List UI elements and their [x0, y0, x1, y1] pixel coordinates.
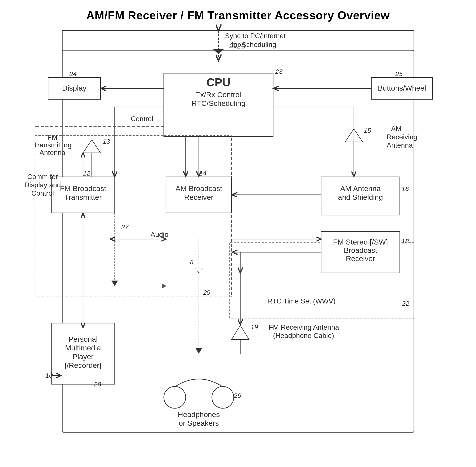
svg-text:20: 20	[229, 42, 237, 50]
svg-text:for Scheduling: for Scheduling	[232, 41, 276, 49]
svg-text:AM Broadcast: AM Broadcast	[175, 184, 222, 193]
svg-text:FM: FM	[47, 133, 57, 141]
svg-text:Control: Control	[31, 189, 54, 197]
svg-text:FM Receiving Antenna: FM Receiving Antenna	[269, 323, 339, 331]
svg-rect-13	[164, 73, 273, 136]
svg-marker-109	[213, 49, 224, 54]
svg-rect-21	[371, 78, 433, 99]
svg-text:Transmitting: Transmitting	[33, 141, 72, 149]
svg-point-95	[164, 387, 186, 408]
svg-rect-3	[35, 127, 232, 297]
svg-marker-103	[162, 283, 166, 289]
svg-text:Sync to PC/Internet: Sync to PC/Internet	[225, 32, 286, 40]
svg-text:18: 18	[401, 237, 409, 245]
svg-marker-27	[83, 140, 101, 153]
svg-text:23: 23	[275, 68, 283, 75]
svg-text:Control: Control	[131, 115, 153, 123]
svg-text:22: 22	[402, 300, 409, 307]
svg-text:20: 20	[237, 42, 245, 50]
svg-rect-2	[62, 50, 414, 432]
svg-text:RTC/Scheduling: RTC/Scheduling	[192, 99, 246, 107]
svg-marker-72	[111, 281, 118, 286]
svg-text:13: 13	[103, 138, 110, 145]
svg-text:(Headphone Cable): (Headphone Cable)	[273, 332, 334, 339]
svg-rect-39	[51, 177, 115, 213]
svg-rect-43	[166, 177, 232, 213]
page-title: AM/FM Receiver / FM Transmitter Accessor…	[0, 0, 476, 22]
svg-text:10: 10	[45, 372, 53, 379]
svg-text:25: 25	[395, 70, 403, 77]
svg-text:8: 8	[190, 259, 194, 265]
svg-text:Antenna: Antenna	[39, 149, 65, 156]
svg-text:Antenna: Antenna	[387, 141, 413, 149]
svg-text:AM Antenna: AM Antenna	[340, 184, 381, 193]
svg-text:RTC Time Set (WWV): RTC Time Set (WWV)	[267, 297, 336, 305]
svg-text:Receiver: Receiver	[346, 254, 375, 263]
svg-text:AM: AM	[391, 125, 401, 132]
svg-text:16: 16	[401, 185, 409, 192]
svg-text:15: 15	[364, 127, 371, 134]
svg-text:Headphones: Headphones	[178, 410, 220, 418]
svg-text:[/Recorder]: [/Recorder]	[65, 361, 101, 369]
svg-text:FM Stereo [/SW]: FM Stereo [/SW]	[333, 238, 388, 246]
svg-rect-18	[48, 78, 101, 99]
svg-text:Buttons/Wheel: Buttons/Wheel	[378, 84, 426, 92]
svg-text:27: 27	[121, 223, 129, 231]
svg-text:and Shielding: and Shielding	[338, 193, 383, 201]
svg-text:12: 12	[83, 170, 91, 177]
svg-text:24: 24	[69, 70, 77, 77]
svg-text:or Speakers: or Speakers	[179, 419, 219, 427]
svg-text:Receiver: Receiver	[184, 193, 213, 201]
svg-text:FM Broadcast: FM Broadcast	[60, 184, 106, 193]
svg-rect-51	[321, 232, 400, 273]
svg-text:26: 26	[234, 392, 241, 399]
svg-point-96	[212, 387, 234, 408]
svg-marker-105	[195, 268, 202, 273]
svg-text:Audio: Audio	[150, 231, 168, 238]
svg-text:Player: Player	[73, 352, 93, 361]
svg-text:Transmitter: Transmitter	[65, 193, 102, 201]
svg-rect-79	[51, 323, 115, 384]
svg-text:14: 14	[199, 170, 206, 177]
svg-text:Comm for: Comm for	[27, 173, 58, 181]
svg-text:19: 19	[251, 323, 258, 331]
svg-text:Tx/Rx Control: Tx/Rx Control	[196, 91, 241, 99]
svg-text:28: 28	[94, 381, 101, 388]
svg-rect-47	[321, 177, 400, 215]
svg-text:29: 29	[203, 289, 211, 296]
svg-text:Personal: Personal	[68, 335, 98, 343]
svg-text:Broadcast: Broadcast	[344, 246, 377, 254]
svg-text:Multimedia: Multimedia	[65, 344, 101, 352]
svg-marker-33	[345, 129, 363, 142]
svg-text:CPU: CPU	[206, 76, 230, 89]
svg-marker-75	[196, 348, 202, 354]
svg-text:Display: Display	[62, 84, 86, 92]
svg-marker-87	[232, 325, 249, 339]
svg-rect-4	[229, 242, 414, 319]
svg-text:Display and: Display and	[24, 181, 61, 189]
svg-text:Receiving: Receiving	[387, 133, 417, 141]
